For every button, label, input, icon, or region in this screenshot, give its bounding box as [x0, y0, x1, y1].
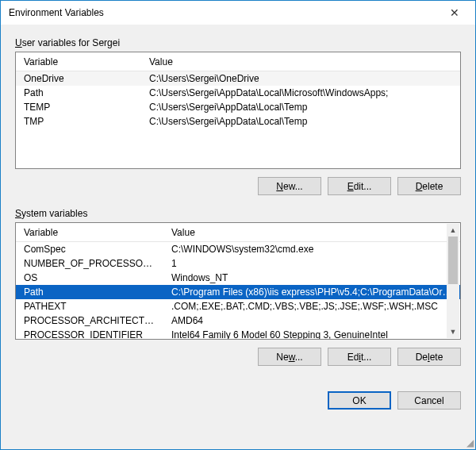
- table-row[interactable]: PATHEXT.COM;.EXE;.BAT;.CMD;.VBS;.VBE;.JS…: [16, 299, 460, 313]
- col-variable[interactable]: Variable: [16, 227, 163, 238]
- table-row[interactable]: OneDriveC:\Users\Sergei\OneDrive: [16, 71, 460, 86]
- col-value[interactable]: Value: [141, 56, 460, 67]
- col-value[interactable]: Value: [163, 227, 460, 238]
- user-delete-button[interactable]: Delete: [397, 177, 461, 195]
- cell-variable: PROCESSOR_IDENTIFIER: [16, 329, 163, 339]
- cell-variable: Path: [16, 287, 163, 298]
- scroll-down-icon[interactable]: ▼: [447, 325, 459, 338]
- list-rows: OneDriveC:\Users\Sergei\OneDrivePathC:\U…: [16, 71, 460, 168]
- cell-value: C:\WINDOWS\system32\cmd.exe: [163, 244, 460, 255]
- cell-variable: PATHEXT: [16, 301, 163, 312]
- cell-value: C:\Users\Sergei\OneDrive: [141, 73, 460, 84]
- user-buttons-row: New... Edit... Delete: [15, 177, 461, 195]
- client-area: User variables for Sergei Variable Value…: [1, 25, 475, 449]
- system-delete-button[interactable]: Delete: [397, 348, 461, 366]
- list-header: Variable Value: [16, 223, 460, 242]
- window-title: Environment Variables: [9, 7, 439, 18]
- cell-variable: NUMBER_OF_PROCESSORS: [16, 258, 163, 269]
- table-row[interactable]: PathC:\Program Files (x86)\iis express\P…: [16, 285, 460, 299]
- table-row[interactable]: NUMBER_OF_PROCESSORS1: [16, 256, 460, 271]
- user-variables-list[interactable]: Variable Value OneDriveC:\Users\Sergei\O…: [15, 52, 461, 169]
- scroll-thumb[interactable]: [448, 237, 458, 284]
- titlebar: Environment Variables ✕: [1, 1, 475, 25]
- cell-value: C:\Users\Sergei\AppData\Local\Temp: [141, 102, 460, 113]
- scrollbar[interactable]: ▲ ▼: [447, 224, 459, 338]
- system-new-button[interactable]: New...: [258, 348, 321, 366]
- system-variables-label: System variables: [15, 208, 461, 219]
- col-variable[interactable]: Variable: [16, 56, 141, 67]
- cell-value: AMD64: [163, 315, 460, 326]
- table-row[interactable]: PROCESSOR_ARCHITECTUREAMD64: [16, 313, 460, 328]
- cell-value: .COM;.EXE;.BAT;.CMD;.VBS;.VBE;.JS;.JSE;.…: [163, 301, 460, 312]
- cell-value: C:\Program Files (x86)\iis express\PHP\v…: [163, 287, 460, 298]
- cell-value: Intel64 Family 6 Model 60 Stepping 3, Ge…: [163, 329, 460, 339]
- close-button[interactable]: ✕: [439, 2, 470, 24]
- close-icon: ✕: [450, 6, 459, 19]
- cell-value: Windows_NT: [163, 272, 460, 283]
- cell-variable: TEMP: [16, 102, 141, 113]
- list-header: Variable Value: [16, 52, 460, 71]
- cell-variable: Path: [16, 87, 141, 98]
- cell-value: C:\Users\Sergei\AppData\Local\Microsoft\…: [141, 87, 460, 98]
- cell-value: C:\Users\Sergei\AppData\Local\Temp: [141, 116, 460, 127]
- ok-button[interactable]: OK: [328, 391, 391, 410]
- cell-variable: OS: [16, 272, 163, 283]
- dialog-buttons-row: OK Cancel: [15, 391, 461, 410]
- cell-variable: OneDrive: [16, 73, 141, 84]
- table-row[interactable]: ComSpecC:\WINDOWS\system32\cmd.exe: [16, 242, 460, 256]
- cell-variable: TMP: [16, 116, 141, 127]
- table-row[interactable]: PROCESSOR_IDENTIFIERIntel64 Family 6 Mod…: [16, 328, 460, 339]
- table-row[interactable]: PathC:\Users\Sergei\AppData\Local\Micros…: [16, 86, 460, 100]
- user-new-button[interactable]: New...: [258, 177, 321, 195]
- system-edit-button[interactable]: Edit...: [328, 348, 391, 366]
- cell-variable: PROCESSOR_ARCHITECTURE: [16, 315, 163, 326]
- cell-value: 1: [163, 258, 460, 269]
- table-row[interactable]: TMPC:\Users\Sergei\AppData\Local\Temp: [16, 114, 460, 129]
- environment-variables-dialog: Environment Variables ✕ User variables f…: [0, 0, 476, 450]
- cancel-button[interactable]: Cancel: [397, 391, 461, 410]
- user-variables-label: User variables for Sergei: [15, 37, 461, 48]
- cell-variable: ComSpec: [16, 244, 163, 255]
- resize-grip-icon[interactable]: ◢: [464, 438, 474, 448]
- list-rows: ComSpecC:\WINDOWS\system32\cmd.exeNUMBER…: [16, 242, 460, 339]
- scroll-up-icon[interactable]: ▲: [447, 224, 459, 237]
- scroll-track[interactable]: [447, 237, 459, 325]
- user-edit-button[interactable]: Edit...: [328, 177, 391, 195]
- table-row[interactable]: TEMPC:\Users\Sergei\AppData\Local\Temp: [16, 100, 460, 114]
- system-variables-list[interactable]: Variable Value ComSpecC:\WINDOWS\system3…: [15, 222, 461, 340]
- table-row[interactable]: OSWindows_NT: [16, 271, 460, 285]
- system-buttons-row: New... Edit... Delete: [15, 348, 461, 366]
